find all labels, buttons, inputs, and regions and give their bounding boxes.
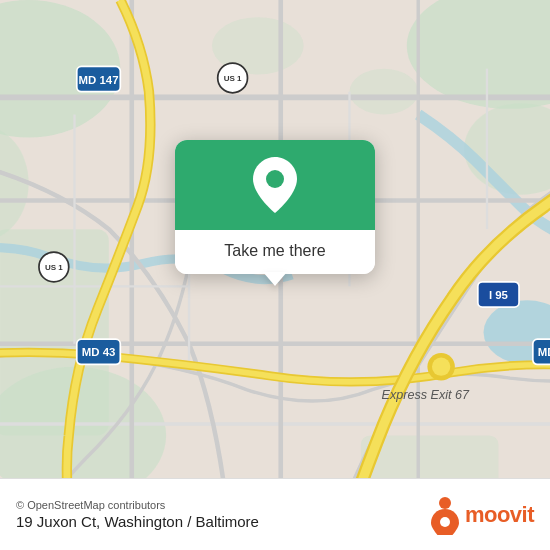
svg-text:MD 43: MD 43	[82, 346, 116, 358]
card-header	[175, 140, 375, 230]
address-text: 19 Juxon Ct, Washington / Baltimore	[16, 513, 259, 530]
svg-text:I 95: I 95	[489, 289, 509, 301]
copyright-text: © OpenStreetMap contributors	[16, 499, 259, 511]
map-container: MD 147 US 1 US 1 MD 43 I 95 I 95 MD 43 M…	[0, 0, 550, 550]
card-pointer	[263, 272, 287, 286]
svg-point-43	[266, 170, 284, 188]
svg-point-44	[439, 497, 451, 509]
location-card: Take me there	[175, 140, 375, 274]
bottom-bar: © OpenStreetMap contributors 19 Juxon Ct…	[0, 478, 550, 550]
location-pin-icon	[249, 155, 301, 215]
svg-text:MD 147: MD 147	[79, 74, 119, 86]
moovit-text: moovit	[465, 502, 534, 528]
svg-text:Express Exit 67: Express Exit 67	[382, 388, 470, 402]
take-me-there-label: Take me there	[224, 242, 325, 259]
moovit-logo: moovit	[429, 495, 534, 535]
address-section: © OpenStreetMap contributors 19 Juxon Ct…	[16, 499, 259, 530]
svg-text:US 1: US 1	[45, 263, 63, 272]
svg-point-8	[349, 69, 418, 115]
moovit-icon	[429, 495, 461, 535]
svg-text:US 1: US 1	[224, 74, 242, 83]
card-body: Take me there	[175, 230, 375, 274]
svg-point-42	[432, 358, 450, 376]
svg-text:MD 43: MD 43	[538, 346, 550, 358]
svg-point-45	[440, 517, 450, 527]
